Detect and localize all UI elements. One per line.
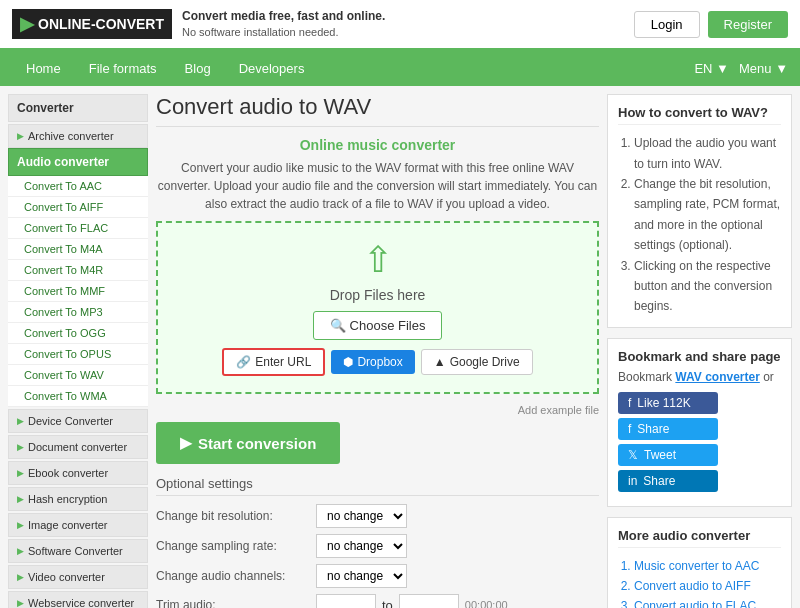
search-icon: 🔍 (330, 318, 346, 333)
intro-heading: Online music converter (156, 137, 599, 153)
how-to-steps: Upload the audio you want to turn into W… (618, 133, 781, 317)
sidebar-video[interactable]: ▶ Video converter (8, 565, 148, 589)
optional-settings-label: Optional settings (156, 476, 599, 496)
upload-icon: ⇧ (174, 239, 581, 281)
twitter-icon: 𝕏 (628, 448, 638, 462)
sidebar-item-mmf[interactable]: Convert To MMF (8, 281, 148, 302)
sidebar-document-label: Document converter (28, 441, 127, 453)
sidebar-document[interactable]: ▶ Document converter (8, 435, 148, 459)
more-converter-title: More audio converter (618, 528, 781, 548)
right-panel: How to convert to WAV? Upload the audio … (607, 94, 792, 608)
example-link[interactable]: Add example file (156, 404, 599, 416)
sidebar-item-flac[interactable]: Convert To FLAC (8, 218, 148, 239)
sidebar-ebook[interactable]: ▶ Ebook converter (8, 461, 148, 485)
sidebar-software-arrow: ▶ (17, 546, 24, 556)
sidebar-video-arrow: ▶ (17, 572, 24, 582)
logo-icon: ▶ (20, 13, 34, 35)
sidebar-converter-label: Converter (17, 101, 74, 115)
intro-box: Online music converter Convert your audi… (156, 137, 599, 213)
sidebar-video-label: Video converter (28, 571, 105, 583)
bookmark-title: Bookmark and share page (618, 349, 781, 364)
sidebar-archive[interactable]: ▶ Archive converter (8, 124, 148, 148)
linkedin-icon: in (628, 474, 637, 488)
more-item-aac[interactable]: Music converter to AAC (634, 556, 781, 576)
nav-file-formats[interactable]: File formats (75, 51, 171, 86)
sidebar-item-mp3[interactable]: Convert To MP3 (8, 302, 148, 323)
tagline-main: Convert media free, fast and online. (182, 9, 385, 23)
bit-resolution-row: Change bit resolution: no change (156, 504, 599, 528)
login-button[interactable]: Login (634, 11, 700, 38)
sidebar-audio-label: Audio converter (17, 155, 109, 169)
sidebar-audio-active[interactable]: Audio converter (8, 148, 148, 176)
drop-text: Drop Files here (174, 287, 581, 303)
how-to-step-2: Change the bit resolution, sampling rate… (634, 174, 781, 256)
nav-lang[interactable]: EN ▼ (694, 61, 729, 76)
choose-files-button[interactable]: 🔍 Choose Files (313, 311, 443, 340)
link-icon: 🔗 (236, 355, 251, 369)
sidebar-item-m4r[interactable]: Convert To M4R (8, 260, 148, 281)
gdrive-icon: ▲ (434, 355, 446, 369)
trim-controls: to 00:00:00 (316, 594, 508, 608)
how-to-box: How to convert to WAV? Upload the audio … (607, 94, 792, 328)
audio-channels-row: Change audio channels: no change (156, 564, 599, 588)
register-button[interactable]: Register (708, 11, 788, 38)
sidebar-archive-arrow: ▶ (17, 131, 24, 141)
sidebar-software[interactable]: ▶ Software Converter (8, 539, 148, 563)
sidebar-device-label: Device Converter (28, 415, 113, 427)
sidebar-item-wav[interactable]: Convert To WAV (8, 365, 148, 386)
trim-audio-label: Trim audio: (156, 598, 316, 608)
audio-channels-select[interactable]: no change (316, 564, 407, 588)
bookmark-box: Bookmark and share page Bookmark WAV con… (607, 338, 792, 507)
bookmark-pre: Bookmark (618, 370, 675, 384)
more-converter-list: Music converter to AAC Convert audio to … (618, 556, 781, 608)
tweet-button[interactable]: 𝕏 Tweet (618, 444, 718, 466)
sidebar-converter-header[interactable]: Converter (8, 94, 148, 122)
sampling-rate-select[interactable]: no change (316, 534, 407, 558)
bookmark-link[interactable]: WAV converter (675, 370, 759, 384)
sidebar-item-m4a[interactable]: Convert To M4A (8, 239, 148, 260)
dropbox-button[interactable]: ⬢ Dropbox (331, 350, 414, 374)
trim-time-display: 00:00:00 (465, 599, 508, 608)
nav-developers[interactable]: Developers (225, 51, 319, 86)
nav-blog[interactable]: Blog (171, 51, 225, 86)
bookmark-text: Bookmark WAV converter or (618, 370, 781, 384)
more-item-aiff[interactable]: Convert audio to AIFF (634, 576, 781, 596)
enter-url-button[interactable]: 🔗 Enter URL (222, 348, 325, 376)
upload-area[interactable]: ⇧ Drop Files here 🔍 Choose Files 🔗 Enter… (156, 221, 599, 394)
body-layout: Converter ▶ Archive converter Audio conv… (0, 86, 800, 608)
sidebar-archive-label: Archive converter (28, 130, 114, 142)
sidebar-image-label: Image converter (28, 519, 107, 531)
sidebar-item-aac[interactable]: Convert To AAC (8, 176, 148, 197)
sidebar-webservice[interactable]: ▶ Webservice converter (8, 591, 148, 608)
bit-resolution-select[interactable]: no change (316, 504, 407, 528)
share-button[interactable]: f Share (618, 418, 718, 440)
nav-right: EN ▼ Menu ▼ (694, 61, 788, 76)
sidebar-item-wma[interactable]: Convert To WMA (8, 386, 148, 407)
how-to-step-1: Upload the audio you want to turn into W… (634, 133, 781, 174)
start-conversion-button[interactable]: ▶ Start conversion (156, 422, 340, 464)
sidebar-ebook-arrow: ▶ (17, 468, 24, 478)
sidebar-device[interactable]: ▶ Device Converter (8, 409, 148, 433)
trim-end-input[interactable] (399, 594, 459, 608)
sampling-rate-label: Change sampling rate: (156, 539, 316, 553)
sidebar-image-arrow: ▶ (17, 520, 24, 530)
sidebar-item-ogg[interactable]: Convert To OGG (8, 323, 148, 344)
sidebar: Converter ▶ Archive converter Audio conv… (8, 94, 148, 608)
sidebar-hash-arrow: ▶ (17, 494, 24, 504)
sidebar-hash[interactable]: ▶ Hash encryption (8, 487, 148, 511)
sidebar-item-aiff[interactable]: Convert To AIFF (8, 197, 148, 218)
nav-menu[interactable]: Menu ▼ (739, 61, 788, 76)
sampling-rate-row: Change sampling rate: no change (156, 534, 599, 558)
nav-home[interactable]: Home (12, 51, 75, 86)
google-drive-button[interactable]: ▲ Google Drive (421, 349, 533, 375)
more-item-flac[interactable]: Convert audio to FLAC (634, 596, 781, 608)
bookmark-post: or (760, 370, 774, 384)
facebook-like-button[interactable]: f Like 112K (618, 392, 718, 414)
trim-start-input[interactable] (316, 594, 376, 608)
sidebar-image[interactable]: ▶ Image converter (8, 513, 148, 537)
sidebar-item-opus[interactable]: Convert To OPUS (8, 344, 148, 365)
linkedin-share-button[interactable]: in Share (618, 470, 718, 492)
how-to-step-3: Clicking on the respective button and th… (634, 256, 781, 317)
sidebar-software-label: Software Converter (28, 545, 123, 557)
more-converter-box: More audio converter Music converter to … (607, 517, 792, 608)
